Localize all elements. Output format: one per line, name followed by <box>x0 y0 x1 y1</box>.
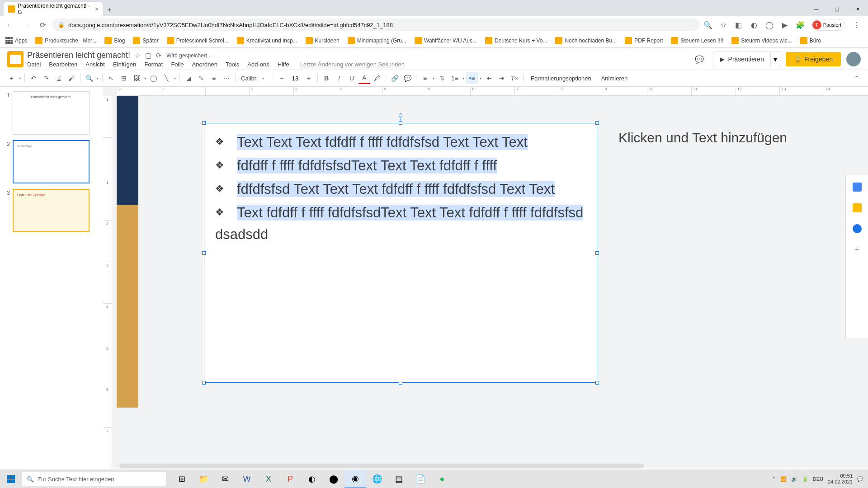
ext1-icon[interactable]: ◧ <box>734 20 743 29</box>
slides-logo[interactable] <box>7 51 24 67</box>
vertical-ruler[interactable]: 11234567 <box>103 96 112 469</box>
indent-increase-button[interactable]: ⇥ <box>496 72 508 84</box>
last-edit-link[interactable]: Letzte Änderung vor wenigen Sekunden <box>300 61 405 68</box>
bulleted-list-button[interactable]: •≡ <box>466 72 478 84</box>
undo-button[interactable]: ↶ <box>28 72 39 84</box>
slide-thumbnail-2[interactable]: sovvqmwq <box>13 140 90 183</box>
indent-decrease-button[interactable]: ⇤ <box>483 72 495 84</box>
bookmark-item[interactable]: Wahlfächer WU Aus... <box>415 37 477 44</box>
bookmark-item[interactable]: PDF Report <box>625 37 663 44</box>
move-doc-icon[interactable]: ▢ <box>145 52 151 60</box>
menu-icon[interactable]: ⋮ <box>852 20 861 29</box>
volume-icon[interactable]: 🔊 <box>791 476 797 482</box>
bookmark-item[interactable]: Produktsuche - Mer... <box>35 37 96 44</box>
spotify-icon[interactable]: ● <box>431 470 453 488</box>
notepad-icon[interactable]: 📄 <box>410 470 431 488</box>
new-slide-dropdown[interactable]: ▾ <box>18 76 22 80</box>
edge-icon[interactable]: 🌐 <box>366 470 388 488</box>
doc-title[interactable]: Präsentieren leicht gemacht! <box>27 51 130 60</box>
ext3-icon[interactable]: ◯ <box>765 20 774 29</box>
new-tab-button[interactable]: + <box>103 4 116 16</box>
italic-button[interactable]: I <box>333 72 345 84</box>
explorer-icon[interactable]: 📁 <box>193 470 214 488</box>
keep-icon[interactable] <box>853 203 862 212</box>
slide-thumbnail-1[interactable]: Präsentieren leicht gemacht! <box>13 91 90 135</box>
bookmark-item[interactable]: Noch hochladen Bu... <box>555 37 617 44</box>
task-view-icon[interactable]: ⊞ <box>171 470 193 488</box>
apps-button[interactable]: Apps <box>5 37 27 44</box>
menu-hilfe[interactable]: Hilfe <box>278 61 289 68</box>
ext4-icon[interactable]: ▶ <box>780 20 789 29</box>
select-tool[interactable]: ↖ <box>105 72 117 84</box>
back-button[interactable]: ← <box>4 19 16 31</box>
image-tool[interactable]: 🖼 <box>131 72 142 84</box>
bookmark-item[interactable]: Blog <box>104 37 125 44</box>
present-button[interactable]: ▶ Präsentieren <box>713 52 771 67</box>
slide-thumbnail-3[interactable]: Erste Folie - Beispiel <box>13 189 90 232</box>
menu-folie[interactable]: Folie <box>171 61 184 68</box>
app-icon[interactable]: ◐ <box>301 470 323 488</box>
word-icon[interactable]: W <box>236 470 258 488</box>
chrome-icon[interactable]: ◉ <box>344 470 366 488</box>
address-bar[interactable]: 🔒 docs.google.com/presentation/d/1yV372S… <box>52 19 700 31</box>
close-tab-icon[interactable]: × <box>95 5 99 13</box>
highlight-button[interactable]: 🖍 <box>371 72 383 84</box>
menu-anordnen[interactable]: Anordnen <box>192 61 217 68</box>
star-doc-icon[interactable]: ☆ <box>135 52 141 60</box>
resize-handle[interactable] <box>399 381 402 385</box>
font-size-decrease[interactable]: − <box>276 72 288 84</box>
battery-icon[interactable]: 🔋 <box>802 476 808 482</box>
plain-text-line[interactable]: dsadsdd <box>215 226 586 243</box>
animate-button[interactable]: Animieren <box>597 75 632 82</box>
resize-handle[interactable] <box>595 121 599 125</box>
collapse-toolbar-button[interactable]: ⌃ <box>851 72 863 84</box>
add-addon-icon[interactable]: + <box>854 245 859 254</box>
clock[interactable]: 09:51 24.02.2021 <box>828 473 853 485</box>
bookmark-item[interactable]: Büro <box>800 37 821 44</box>
star-icon[interactable]: ☆ <box>719 20 728 29</box>
browser-tab[interactable]: Präsentieren leicht gemacht! - G × <box>4 2 103 16</box>
redo-button[interactable]: ↷ <box>40 72 52 84</box>
maximize-button[interactable]: ▢ <box>826 2 847 16</box>
present-dropdown[interactable]: ▾ <box>771 52 780 67</box>
border-color-button[interactable]: ✎ <box>195 72 207 84</box>
zoom-icon[interactable]: 🔍 <box>703 20 712 29</box>
menu-format[interactable]: Format <box>144 61 163 68</box>
zoom-button[interactable]: 🔍 <box>83 72 95 84</box>
taskbar-search[interactable]: 🔍 Zur Suche Text hier eingeben <box>22 472 166 486</box>
bookmark-item[interactable]: Deutsche Kurs + Vo... <box>485 37 547 44</box>
resize-handle[interactable] <box>595 251 599 255</box>
bookmark-item[interactable]: Später <box>133 37 158 44</box>
line-tool[interactable]: ╲ <box>160 72 172 84</box>
numbered-list-button[interactable]: 1≡ <box>449 72 461 84</box>
forward-button[interactable]: → <box>20 19 33 31</box>
horizontal-scrollbar[interactable] <box>117 463 868 469</box>
notes-placeholder[interactable]: Klicken und Text hinzufügen <box>618 130 787 145</box>
border-weight-button[interactable]: ≡ <box>208 72 220 84</box>
align-button[interactable]: ≡ <box>419 72 431 84</box>
mail-icon[interactable]: ✉ <box>214 470 236 488</box>
calendar-icon[interactable] <box>853 183 862 192</box>
rotate-handle[interactable] <box>399 113 402 117</box>
resize-handle[interactable] <box>595 381 599 385</box>
body-textbox[interactable]: ❖Text Text Text fdfdff f ffff fdfdfsfsd … <box>204 123 597 383</box>
obs-icon[interactable]: ⬤ <box>323 470 344 488</box>
language-indicator[interactable]: DEU <box>813 476 823 482</box>
share-button[interactable]: 🔒 Freigeben <box>786 52 841 66</box>
menu-addons[interactable]: Add-ons <box>247 61 269 68</box>
notifications-icon[interactable]: 💬 <box>857 476 863 482</box>
bookmark-item[interactable]: Steuern Videos wic... <box>731 37 792 44</box>
account-avatar[interactable] <box>846 52 861 66</box>
start-button[interactable] <box>0 470 22 488</box>
close-window-button[interactable]: ✕ <box>847 2 868 16</box>
bookmark-item[interactable]: Mindmapping (Gru... <box>348 37 406 44</box>
comments-button[interactable]: 💬 <box>691 51 708 67</box>
menu-ansicht[interactable]: Ansicht <box>85 61 105 68</box>
bookmark-item[interactable]: Steuern Lesen !!!! <box>671 37 723 44</box>
reload-button[interactable]: ⟳ <box>36 19 49 31</box>
textbox-tool[interactable]: ⊟ <box>118 72 130 84</box>
minimize-button[interactable]: — <box>806 2 826 16</box>
profile-badge[interactable]: T Pausiert <box>811 19 845 31</box>
line-spacing-button[interactable]: ⇅ <box>436 72 448 84</box>
shape-tool[interactable]: ◯ <box>148 72 160 84</box>
